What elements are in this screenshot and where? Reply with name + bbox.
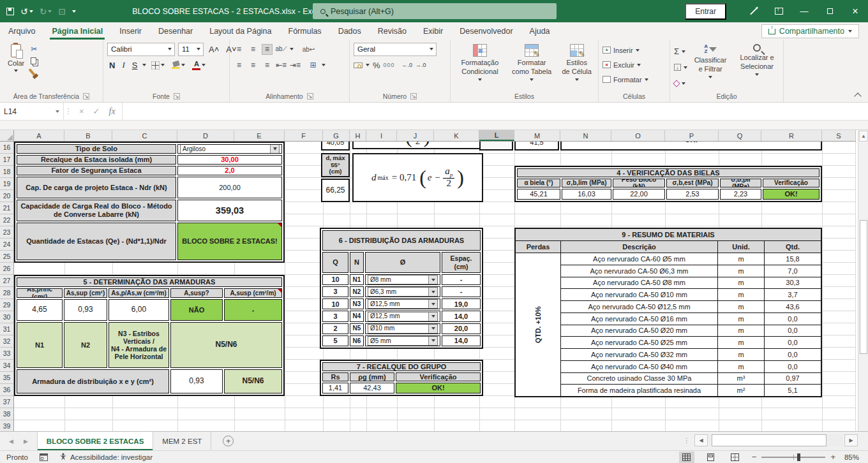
row-header[interactable]: 31 (0, 323, 13, 335)
qty-cell[interactable]: 10 (322, 274, 348, 285)
spacing-cell[interactable]: 19,0 (442, 298, 481, 309)
dropdown-arrow-icon[interactable] (428, 300, 437, 308)
row-header[interactable]: 29 (0, 299, 13, 311)
n-cell[interactable]: N1 (350, 274, 364, 285)
increase-indent-icon[interactable]: ⇥≡ (290, 60, 301, 71)
material-unit[interactable]: m (718, 349, 764, 360)
accessibility-status[interactable]: Acessibilidade: investigar (59, 453, 153, 461)
dropdown-arrow-icon[interactable] (428, 325, 437, 333)
format-as-table-button[interactable]: Formatar como Tabela (508, 42, 556, 83)
diameter-dropdown[interactable]: Ø12,5 mm (368, 299, 438, 309)
clipboard-dialog-launcher[interactable]: ↘ (83, 93, 89, 99)
verificacao-cell[interactable]: OK! (396, 383, 481, 393)
formula-input[interactable] (123, 103, 868, 120)
dropdown-arrow-icon[interactable] (428, 288, 437, 296)
diameter-dropdown[interactable]: Ø10 mm (368, 324, 438, 334)
row-header[interactable]: 16 (0, 142, 13, 154)
tab-revisao[interactable]: Revisão (370, 22, 415, 40)
recalque-value-cell[interactable]: 30,00 (177, 155, 282, 165)
zoom-in-icon[interactable]: + (830, 452, 835, 462)
horizontal-scroll-thumb[interactable] (712, 434, 827, 446)
delete-cells-button[interactable]: ×Excluir (602, 58, 641, 71)
decrease-indent-icon[interactable]: ⇤≡ (276, 60, 287, 71)
spacing-cell[interactable]: 14,0 (442, 311, 481, 321)
clear-button[interactable] (674, 77, 687, 90)
material-desc[interactable]: Aço nervurado CA-50 Ø10 mm (561, 289, 717, 300)
formula-bar-resize-handle[interactable]: ⋮ (64, 103, 73, 120)
material-qty[interactable]: 30,3 (765, 277, 821, 289)
normal-view-icon[interactable] (679, 452, 694, 463)
qty-cell[interactable]: 10 (322, 298, 348, 309)
material-unit[interactable]: m (718, 289, 764, 300)
column-header-r[interactable]: R (761, 130, 822, 141)
cell-label[interactable]: Quantidade de Estacas (Qe) - (Nd*1,1)/Nd… (17, 223, 176, 260)
font-dialog-launcher[interactable]: ↘ (174, 93, 180, 99)
row-header[interactable]: 17 (0, 154, 13, 166)
row-header[interactable]: 27 (0, 275, 13, 287)
col-header[interactable]: σ,b,est (MPa) (666, 179, 719, 187)
sheet-nav-left-icon[interactable]: ◀ (9, 438, 13, 445)
column-header-g[interactable]: G (323, 130, 350, 141)
fill-button[interactable]: ↓ (674, 61, 687, 74)
diameter-dropdown[interactable]: Ø8 mm (368, 275, 438, 284)
zoom-level[interactable]: 85% (844, 453, 859, 461)
material-qty[interactable]: 0,0 (765, 325, 821, 337)
tab-desenhar[interactable]: Desenhar (150, 22, 201, 40)
comma-style-icon[interactable]: 000 (384, 62, 395, 68)
n-cell[interactable]: N4 (350, 311, 364, 321)
fator-seguranca-cell[interactable]: 2,0 (177, 166, 282, 175)
col-header[interactable]: ρg (mm) (350, 372, 394, 381)
sheet-nav-right-icon[interactable]: ▶ (24, 438, 28, 445)
material-unit[interactable]: m³ (718, 373, 764, 385)
vertical-scroll-thumb[interactable] (860, 220, 867, 354)
copy-icon[interactable] (31, 57, 36, 64)
share-button[interactable]: Compartilhamento (761, 24, 859, 38)
diameter-dropdown[interactable]: Ø6,3 mm (368, 287, 438, 297)
rs-cell[interactable]: 1,41 (322, 383, 348, 393)
material-unit[interactable]: m (718, 325, 764, 337)
column-header-c[interactable]: C (112, 130, 177, 141)
col-header[interactable]: Ø (365, 252, 440, 273)
italic-button[interactable]: I (120, 60, 126, 70)
n1-cell[interactable]: N1 (17, 322, 63, 368)
material-unit[interactable]: m (718, 253, 764, 265)
column-header-q[interactable]: Q (719, 130, 761, 141)
scrollbar-resize-dots[interactable]: ⋮ (684, 437, 691, 444)
diameter-cell[interactable]: Ø8 mm (365, 274, 440, 285)
confirm-entry-icon[interactable]: ✓ (93, 107, 100, 116)
page-layout-view-icon[interactable] (703, 452, 719, 463)
format-painter-icon[interactable] (29, 68, 36, 76)
underline-button[interactable]: S (130, 61, 140, 70)
autosum-button[interactable]: Σ (674, 45, 687, 58)
dist-label-cell[interactable]: Armadura de distribuição x e y (cm²) (17, 369, 169, 393)
column-header-s[interactable]: S (822, 130, 856, 141)
paste-button[interactable]: Colar (4, 42, 28, 74)
material-unit[interactable]: m (718, 265, 764, 277)
format-cells-button[interactable]: Formatar (602, 73, 648, 86)
n2-cell[interactable]: N2 (64, 322, 107, 368)
ink-pen-icon[interactable] (740, 0, 766, 22)
n5-n6-cell[interactable]: N5/N6 (170, 322, 282, 368)
qty-cell[interactable]: 3 (322, 286, 348, 297)
row-header[interactable]: 21 (0, 202, 13, 214)
cell-styles-button[interactable]: Estilos de Célula (558, 42, 595, 83)
material-desc[interactable]: Forma de madeira plastificada resinada (561, 385, 717, 396)
material-desc[interactable]: Aço nervurado CA-50 Ø40 mm (561, 361, 717, 372)
bloco-result-cell[interactable]: BLOCO SOBRE 2 ESTACAS! (177, 223, 282, 260)
material-qty[interactable]: 5,1 (765, 385, 821, 396)
row-header[interactable]: 38 (0, 408, 13, 420)
material-desc[interactable]: Aço nervurado CA-50 Ø20 mm (561, 325, 717, 337)
dist-tag-cell[interactable]: N5/N6 (224, 369, 282, 393)
select-all-corner[interactable] (0, 130, 14, 141)
column-header-n[interactable]: N (560, 130, 611, 141)
n-cell[interactable]: N5 (350, 323, 364, 334)
row-header[interactable]: 22 (0, 214, 13, 226)
pg-cell[interactable]: 42,43 (350, 383, 394, 393)
new-sheet-icon[interactable]: + (223, 436, 234, 446)
peso-bloco-cell[interactable]: 22,00 (613, 189, 665, 200)
column-header-h[interactable]: H (350, 130, 366, 141)
spacing-cell[interactable]: 20,0 (442, 323, 481, 334)
material-desc[interactable]: Aço nervurado CA-50 Ø32 mm (561, 349, 717, 360)
accounting-format-icon[interactable] (354, 62, 363, 68)
fill-color-button[interactable] (170, 61, 187, 69)
